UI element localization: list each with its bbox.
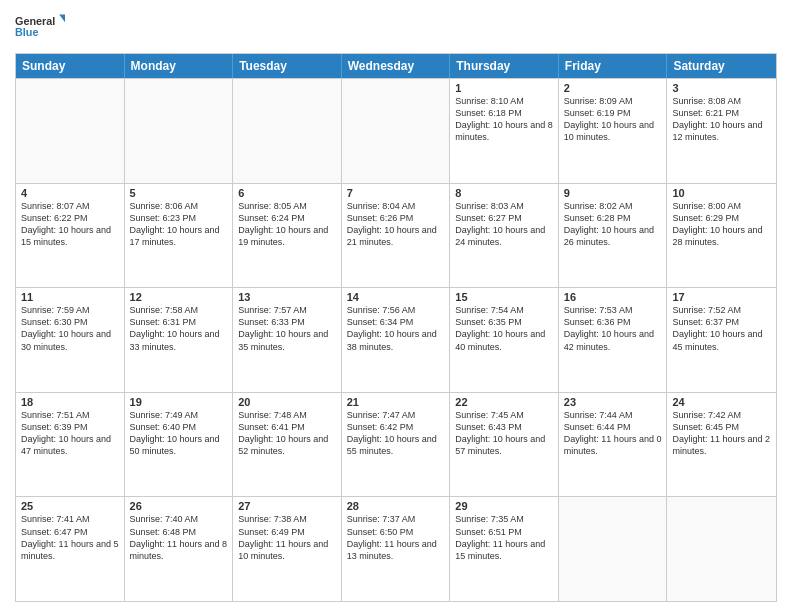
calendar-day-cell: 1Sunrise: 8:10 AM Sunset: 6:18 PM Daylig… xyxy=(450,79,559,183)
day-number: 6 xyxy=(238,187,336,199)
day-number: 3 xyxy=(672,82,771,94)
day-number: 25 xyxy=(21,500,119,512)
day-number: 29 xyxy=(455,500,553,512)
calendar-day-cell: 25Sunrise: 7:41 AM Sunset: 6:47 PM Dayli… xyxy=(16,497,125,601)
calendar-day-cell: 22Sunrise: 7:45 AM Sunset: 6:43 PM Dayli… xyxy=(450,393,559,497)
weekday-header: Saturday xyxy=(667,54,776,78)
day-number: 9 xyxy=(564,187,662,199)
day-info: Sunrise: 8:00 AM Sunset: 6:29 PM Dayligh… xyxy=(672,200,771,249)
day-number: 28 xyxy=(347,500,445,512)
calendar-day-cell: 20Sunrise: 7:48 AM Sunset: 6:41 PM Dayli… xyxy=(233,393,342,497)
day-number: 17 xyxy=(672,291,771,303)
calendar-day-cell: 11Sunrise: 7:59 AM Sunset: 6:30 PM Dayli… xyxy=(16,288,125,392)
calendar-row: 18Sunrise: 7:51 AM Sunset: 6:39 PM Dayli… xyxy=(16,392,776,497)
calendar-day-cell: 16Sunrise: 7:53 AM Sunset: 6:36 PM Dayli… xyxy=(559,288,668,392)
day-info: Sunrise: 7:41 AM Sunset: 6:47 PM Dayligh… xyxy=(21,513,119,562)
calendar-day-cell: 26Sunrise: 7:40 AM Sunset: 6:48 PM Dayli… xyxy=(125,497,234,601)
day-info: Sunrise: 7:51 AM Sunset: 6:39 PM Dayligh… xyxy=(21,409,119,458)
calendar-day-cell: 28Sunrise: 7:37 AM Sunset: 6:50 PM Dayli… xyxy=(342,497,451,601)
day-info: Sunrise: 8:07 AM Sunset: 6:22 PM Dayligh… xyxy=(21,200,119,249)
calendar-header: SundayMondayTuesdayWednesdayThursdayFrid… xyxy=(16,54,776,78)
day-number: 21 xyxy=(347,396,445,408)
calendar-empty-cell xyxy=(342,79,451,183)
logo: General Blue xyxy=(15,10,65,45)
calendar-day-cell: 5Sunrise: 8:06 AM Sunset: 6:23 PM Daylig… xyxy=(125,184,234,288)
day-info: Sunrise: 7:47 AM Sunset: 6:42 PM Dayligh… xyxy=(347,409,445,458)
day-number: 14 xyxy=(347,291,445,303)
day-info: Sunrise: 7:52 AM Sunset: 6:37 PM Dayligh… xyxy=(672,304,771,353)
day-info: Sunrise: 8:05 AM Sunset: 6:24 PM Dayligh… xyxy=(238,200,336,249)
weekday-header: Wednesday xyxy=(342,54,451,78)
weekday-header: Friday xyxy=(559,54,668,78)
weekday-header: Sunday xyxy=(16,54,125,78)
day-number: 19 xyxy=(130,396,228,408)
day-number: 12 xyxy=(130,291,228,303)
calendar-row: 1Sunrise: 8:10 AM Sunset: 6:18 PM Daylig… xyxy=(16,78,776,183)
calendar-day-cell: 27Sunrise: 7:38 AM Sunset: 6:49 PM Dayli… xyxy=(233,497,342,601)
calendar-day-cell: 12Sunrise: 7:58 AM Sunset: 6:31 PM Dayli… xyxy=(125,288,234,392)
calendar-day-cell: 17Sunrise: 7:52 AM Sunset: 6:37 PM Dayli… xyxy=(667,288,776,392)
calendar-day-cell: 6Sunrise: 8:05 AM Sunset: 6:24 PM Daylig… xyxy=(233,184,342,288)
calendar-row: 4Sunrise: 8:07 AM Sunset: 6:22 PM Daylig… xyxy=(16,183,776,288)
day-info: Sunrise: 7:54 AM Sunset: 6:35 PM Dayligh… xyxy=(455,304,553,353)
day-info: Sunrise: 7:56 AM Sunset: 6:34 PM Dayligh… xyxy=(347,304,445,353)
day-number: 4 xyxy=(21,187,119,199)
day-info: Sunrise: 7:40 AM Sunset: 6:48 PM Dayligh… xyxy=(130,513,228,562)
page: General Blue SundayMondayTuesdayWednesda… xyxy=(0,0,792,612)
calendar-day-cell: 8Sunrise: 8:03 AM Sunset: 6:27 PM Daylig… xyxy=(450,184,559,288)
day-number: 2 xyxy=(564,82,662,94)
day-info: Sunrise: 7:44 AM Sunset: 6:44 PM Dayligh… xyxy=(564,409,662,458)
day-number: 13 xyxy=(238,291,336,303)
day-info: Sunrise: 8:10 AM Sunset: 6:18 PM Dayligh… xyxy=(455,95,553,144)
day-info: Sunrise: 7:37 AM Sunset: 6:50 PM Dayligh… xyxy=(347,513,445,562)
calendar-day-cell: 3Sunrise: 8:08 AM Sunset: 6:21 PM Daylig… xyxy=(667,79,776,183)
calendar-day-cell: 7Sunrise: 8:04 AM Sunset: 6:26 PM Daylig… xyxy=(342,184,451,288)
calendar-day-cell: 21Sunrise: 7:47 AM Sunset: 6:42 PM Dayli… xyxy=(342,393,451,497)
calendar-day-cell: 14Sunrise: 7:56 AM Sunset: 6:34 PM Dayli… xyxy=(342,288,451,392)
calendar-empty-cell xyxy=(125,79,234,183)
calendar-empty-cell xyxy=(233,79,342,183)
day-info: Sunrise: 8:08 AM Sunset: 6:21 PM Dayligh… xyxy=(672,95,771,144)
day-number: 5 xyxy=(130,187,228,199)
calendar-day-cell: 24Sunrise: 7:42 AM Sunset: 6:45 PM Dayli… xyxy=(667,393,776,497)
calendar-empty-cell xyxy=(667,497,776,601)
day-number: 18 xyxy=(21,396,119,408)
calendar-row: 11Sunrise: 7:59 AM Sunset: 6:30 PM Dayli… xyxy=(16,287,776,392)
calendar: SundayMondayTuesdayWednesdayThursdayFrid… xyxy=(15,53,777,602)
day-info: Sunrise: 7:35 AM Sunset: 6:51 PM Dayligh… xyxy=(455,513,553,562)
calendar-day-cell: 18Sunrise: 7:51 AM Sunset: 6:39 PM Dayli… xyxy=(16,393,125,497)
day-info: Sunrise: 8:06 AM Sunset: 6:23 PM Dayligh… xyxy=(130,200,228,249)
calendar-body: 1Sunrise: 8:10 AM Sunset: 6:18 PM Daylig… xyxy=(16,78,776,601)
day-info: Sunrise: 8:04 AM Sunset: 6:26 PM Dayligh… xyxy=(347,200,445,249)
calendar-day-cell: 2Sunrise: 8:09 AM Sunset: 6:19 PM Daylig… xyxy=(559,79,668,183)
day-info: Sunrise: 8:03 AM Sunset: 6:27 PM Dayligh… xyxy=(455,200,553,249)
calendar-day-cell: 13Sunrise: 7:57 AM Sunset: 6:33 PM Dayli… xyxy=(233,288,342,392)
logo-svg: General Blue xyxy=(15,10,65,45)
weekday-header: Monday xyxy=(125,54,234,78)
calendar-empty-cell xyxy=(16,79,125,183)
svg-text:General: General xyxy=(15,15,55,27)
day-number: 24 xyxy=(672,396,771,408)
svg-marker-2 xyxy=(59,15,65,25)
day-info: Sunrise: 7:45 AM Sunset: 6:43 PM Dayligh… xyxy=(455,409,553,458)
day-info: Sunrise: 7:58 AM Sunset: 6:31 PM Dayligh… xyxy=(130,304,228,353)
day-info: Sunrise: 7:48 AM Sunset: 6:41 PM Dayligh… xyxy=(238,409,336,458)
day-number: 27 xyxy=(238,500,336,512)
day-info: Sunrise: 8:09 AM Sunset: 6:19 PM Dayligh… xyxy=(564,95,662,144)
day-number: 10 xyxy=(672,187,771,199)
calendar-day-cell: 9Sunrise: 8:02 AM Sunset: 6:28 PM Daylig… xyxy=(559,184,668,288)
calendar-day-cell: 23Sunrise: 7:44 AM Sunset: 6:44 PM Dayli… xyxy=(559,393,668,497)
svg-text:Blue: Blue xyxy=(15,26,38,38)
calendar-day-cell: 4Sunrise: 8:07 AM Sunset: 6:22 PM Daylig… xyxy=(16,184,125,288)
day-number: 22 xyxy=(455,396,553,408)
weekday-header: Tuesday xyxy=(233,54,342,78)
day-info: Sunrise: 7:38 AM Sunset: 6:49 PM Dayligh… xyxy=(238,513,336,562)
day-info: Sunrise: 7:49 AM Sunset: 6:40 PM Dayligh… xyxy=(130,409,228,458)
day-number: 15 xyxy=(455,291,553,303)
day-info: Sunrise: 7:59 AM Sunset: 6:30 PM Dayligh… xyxy=(21,304,119,353)
day-number: 1 xyxy=(455,82,553,94)
day-number: 16 xyxy=(564,291,662,303)
weekday-header: Thursday xyxy=(450,54,559,78)
day-number: 20 xyxy=(238,396,336,408)
header: General Blue xyxy=(15,10,777,45)
